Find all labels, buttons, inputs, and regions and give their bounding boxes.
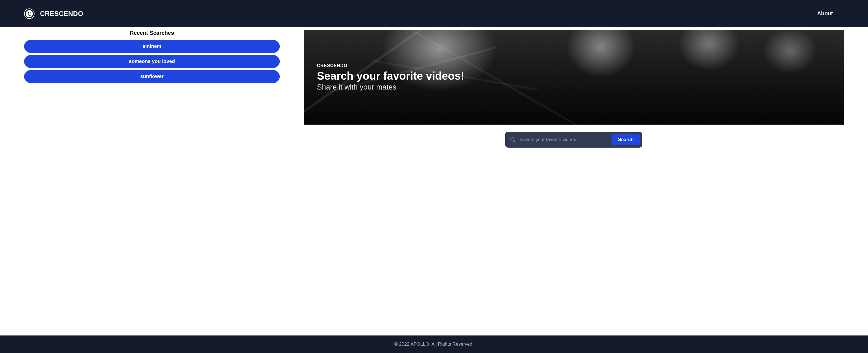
hero-text: CRESCENDO Search your favorite videos! S… bbox=[304, 63, 464, 92]
recent-searches-sidebar: Recent Searches eminem someone you loved… bbox=[0, 30, 304, 324]
content-column: CRESCENDO Search your favorite videos! S… bbox=[304, 30, 868, 324]
hero-banner: CRESCENDO Search your favorite videos! S… bbox=[304, 30, 844, 125]
recent-search-item[interactable]: sunflower bbox=[24, 70, 280, 83]
logo-letter: C bbox=[26, 10, 33, 17]
search-bar-container: Search bbox=[304, 132, 844, 148]
svg-line-1 bbox=[514, 141, 515, 142]
nav: About bbox=[817, 10, 844, 17]
logo-icon: C bbox=[24, 8, 34, 19]
app-header: C CRESCENDO About bbox=[0, 0, 868, 27]
recent-searches-title: Recent Searches bbox=[24, 30, 280, 36]
hero-title: Search your favorite videos! bbox=[317, 70, 464, 82]
search-input[interactable] bbox=[520, 137, 608, 142]
hero-eyebrow: CRESCENDO bbox=[317, 63, 464, 68]
hero-subtitle: Share it with your mates bbox=[317, 83, 464, 92]
main-content: Recent Searches eminem someone you loved… bbox=[0, 27, 868, 335]
search-bar: Search bbox=[505, 132, 642, 148]
footer: © 2022 APOLLO. All Rights Reserved. bbox=[0, 335, 868, 353]
recent-search-item[interactable]: someone you loved bbox=[24, 55, 280, 68]
search-button[interactable]: Search bbox=[612, 134, 640, 145]
recent-search-item[interactable]: eminem bbox=[24, 40, 280, 53]
brand[interactable]: C CRESCENDO bbox=[24, 8, 83, 19]
brand-name: CRESCENDO bbox=[40, 10, 83, 18]
footer-text: © 2022 APOLLO. All Rights Reserved. bbox=[394, 342, 473, 347]
search-icon bbox=[509, 137, 516, 143]
nav-about-link[interactable]: About bbox=[817, 10, 844, 17]
